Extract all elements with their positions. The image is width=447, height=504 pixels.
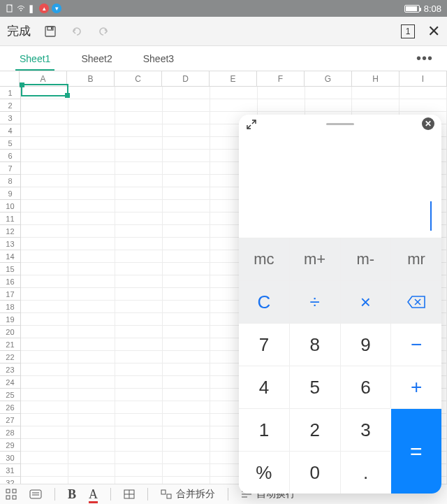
- cell[interactable]: [68, 200, 116, 213]
- cell[interactable]: [21, 250, 68, 263]
- key-mminus[interactable]: m-: [341, 238, 392, 280]
- cell[interactable]: [163, 452, 210, 464]
- cell[interactable]: [163, 250, 210, 263]
- cell[interactable]: [163, 124, 210, 137]
- row-header-2[interactable]: 2: [0, 99, 21, 112]
- row-header-17[interactable]: 17: [0, 288, 21, 301]
- row-header-25[interactable]: 25: [0, 389, 21, 401]
- row-header-15[interactable]: 15: [0, 263, 21, 275]
- cell[interactable]: [163, 313, 210, 326]
- row-header-3[interactable]: 3: [0, 112, 21, 124]
- row-header-7[interactable]: 7: [0, 162, 21, 175]
- cell[interactable]: [21, 263, 68, 275]
- cell[interactable]: [115, 363, 163, 376]
- cell[interactable]: [68, 401, 116, 414]
- row-header-19[interactable]: 19: [0, 313, 21, 326]
- redo-icon[interactable]: [96, 24, 110, 38]
- cell[interactable]: [68, 389, 116, 401]
- cell[interactable]: [163, 326, 210, 338]
- row-header-24[interactable]: 24: [0, 376, 21, 389]
- row-header-12[interactable]: 12: [0, 225, 21, 238]
- cell[interactable]: [68, 363, 116, 376]
- cell[interactable]: [115, 338, 163, 351]
- cell[interactable]: [163, 150, 210, 162]
- cell[interactable]: [163, 363, 210, 376]
- cell[interactable]: [400, 87, 447, 99]
- cell[interactable]: [163, 137, 210, 150]
- cell[interactable]: [163, 238, 210, 250]
- cell[interactable]: [68, 301, 116, 313]
- cell[interactable]: [400, 99, 447, 112]
- cell[interactable]: [163, 401, 210, 414]
- cell[interactable]: [21, 275, 68, 288]
- cell[interactable]: [21, 426, 68, 439]
- key-8[interactable]: 8: [290, 323, 341, 366]
- cell[interactable]: [115, 326, 163, 338]
- row-header-21[interactable]: 21: [0, 338, 21, 351]
- grid-view-icon[interactable]: [6, 489, 17, 500]
- keyboard-icon[interactable]: [29, 489, 42, 499]
- cell[interactable]: [68, 464, 116, 477]
- done-button[interactable]: 完成: [7, 23, 31, 39]
- cell[interactable]: [258, 99, 305, 112]
- cell[interactable]: [68, 313, 116, 326]
- key-percent[interactable]: %: [239, 451, 290, 494]
- key-minus[interactable]: −: [391, 323, 441, 366]
- row-header-23[interactable]: 23: [0, 363, 21, 376]
- cell[interactable]: [68, 187, 116, 200]
- row-header-6[interactable]: 6: [0, 150, 21, 162]
- cell[interactable]: [115, 288, 163, 301]
- cell[interactable]: [21, 301, 68, 313]
- cell[interactable]: [115, 414, 163, 426]
- cell[interactable]: [163, 288, 210, 301]
- cell[interactable]: [115, 250, 163, 263]
- cell[interactable]: [305, 99, 353, 112]
- col-header-E[interactable]: E: [210, 71, 257, 86]
- col-header-A[interactable]: A: [20, 71, 67, 86]
- key-7[interactable]: 7: [239, 323, 290, 366]
- key-mplus[interactable]: m+: [290, 238, 341, 280]
- cell[interactable]: [21, 288, 68, 301]
- col-header-D[interactable]: D: [162, 71, 210, 86]
- cell[interactable]: [210, 99, 258, 112]
- save-icon[interactable]: [43, 24, 57, 38]
- cell[interactable]: [68, 213, 116, 225]
- cell[interactable]: [115, 137, 163, 150]
- row-header-16[interactable]: 16: [0, 275, 21, 288]
- cell[interactable]: [21, 414, 68, 426]
- key-mr[interactable]: mr: [391, 238, 441, 280]
- undo-icon[interactable]: [70, 24, 84, 38]
- row-header-18[interactable]: 18: [0, 301, 21, 313]
- cell[interactable]: [21, 87, 68, 99]
- col-header-G[interactable]: G: [305, 71, 352, 86]
- key-equals[interactable]: =: [391, 408, 442, 494]
- cell[interactable]: [163, 225, 210, 238]
- cell[interactable]: [21, 401, 68, 414]
- row-header-30[interactable]: 30: [0, 452, 21, 464]
- row-header-28[interactable]: 28: [0, 426, 21, 439]
- cell[interactable]: [115, 112, 163, 124]
- cell[interactable]: [21, 137, 68, 150]
- cell[interactable]: [21, 238, 68, 250]
- key-9[interactable]: 9: [341, 323, 392, 366]
- cell[interactable]: [21, 112, 68, 124]
- cell[interactable]: [68, 338, 116, 351]
- cell[interactable]: [115, 87, 163, 99]
- row-header-9[interactable]: 9: [0, 187, 21, 200]
- key-1[interactable]: 1: [239, 408, 290, 451]
- cell[interactable]: [115, 124, 163, 137]
- row-header-29[interactable]: 29: [0, 439, 21, 452]
- cell[interactable]: [115, 225, 163, 238]
- key-6[interactable]: 6: [341, 366, 392, 408]
- sheet-tab-sheet2[interactable]: Sheet2: [66, 46, 127, 71]
- cell[interactable]: [68, 99, 116, 112]
- sheet-tab-sheet1[interactable]: Sheet1: [4, 46, 66, 71]
- cell[interactable]: [163, 162, 210, 175]
- cell[interactable]: [163, 464, 210, 477]
- cell[interactable]: [115, 401, 163, 414]
- cell[interactable]: [163, 414, 210, 426]
- cell[interactable]: [68, 175, 116, 187]
- cell[interactable]: [163, 187, 210, 200]
- close-button[interactable]: ✕: [427, 22, 440, 41]
- cell[interactable]: [115, 162, 163, 175]
